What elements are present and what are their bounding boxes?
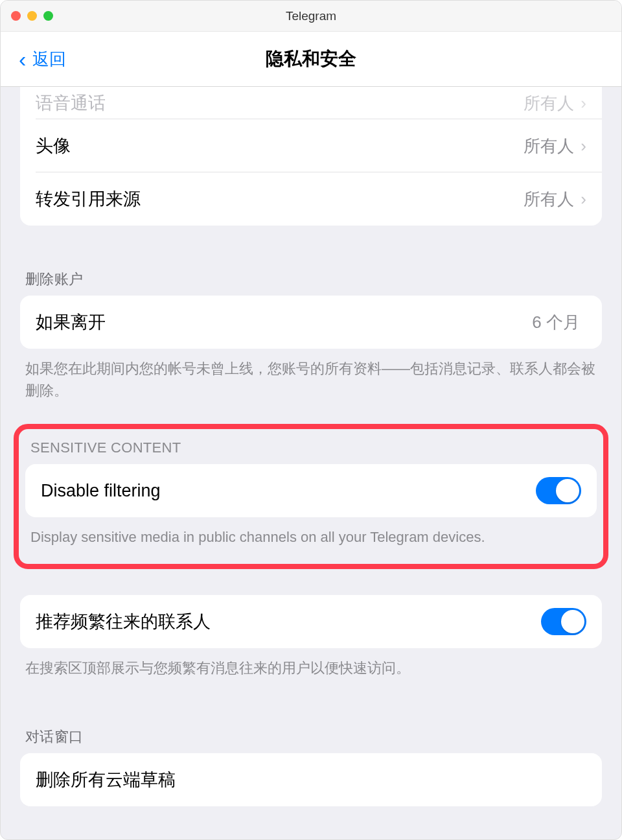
section-header: SENSITIVE CONTENT [25, 434, 597, 464]
row-value: 6 个月 [532, 311, 580, 334]
sensitive-content-highlight: SENSITIVE CONTENT Disable filtering Disp… [14, 424, 608, 569]
privacy-card: 语音通话 所有人 › 头像 所有人 › 转发引用来源 所有人 › [20, 87, 602, 226]
section-header: 对话窗口 [20, 709, 602, 753]
row-forward[interactable]: 转发引用来源 所有人 › [20, 172, 602, 226]
back-label: 返回 [32, 48, 66, 71]
row-voice-calls[interactable]: 语音通话 所有人 › [20, 87, 602, 119]
section-footer: 在搜索区顶部展示与您频繁有消息往来的用户以便快速访问。 [20, 648, 602, 683]
titlebar: Telegram [1, 1, 621, 32]
row-label: Disable filtering [41, 481, 536, 501]
nav-header: ‹ 返回 隐私和安全 [1, 32, 621, 87]
chevron-right-icon: › [581, 189, 586, 209]
page-title: 隐私和安全 [266, 47, 356, 71]
sensitive-card: Disable filtering [25, 464, 597, 517]
row-suggest-contacts: 推荐频繁往来的联系人 [20, 595, 602, 648]
window-title: Telegram [11, 9, 611, 23]
chevron-right-icon: › [581, 93, 586, 113]
section-footer: 如果您在此期间内您的帐号未曾上线，您账号的所有资料——包括消息记录、联系人都会被… [20, 349, 602, 406]
row-label: 转发引用来源 [36, 187, 524, 211]
delete-account-section: 删除账户 如果离开 6 个月 如果您在此期间内您的帐号未曾上线，您账号的所有资料… [1, 251, 621, 406]
minimize-window-button[interactable] [27, 11, 37, 21]
suggest-card: 推荐频繁往来的联系人 [20, 595, 602, 648]
row-label: 头像 [36, 134, 524, 158]
maximize-window-button[interactable] [43, 11, 53, 21]
content-area: 语音通话 所有人 › 头像 所有人 › 转发引用来源 所有人 › 删除账户 [1, 87, 621, 839]
chat-window-card: 删除所有云端草稿 [20, 753, 602, 806]
suggest-contacts-section: 推荐频繁往来的联系人 在搜索区顶部展示与您频繁有消息往来的用户以便快速访问。 [1, 595, 621, 683]
chevron-right-icon: › [581, 136, 586, 156]
chevron-left-icon: ‹ [19, 48, 26, 70]
section-footer: Display sensitive media in public channe… [25, 517, 597, 552]
delete-account-card: 如果离开 6 个月 [20, 296, 602, 349]
row-if-away[interactable]: 如果离开 6 个月 [20, 296, 602, 349]
close-window-button[interactable] [11, 11, 21, 21]
row-value: 所有人 [524, 188, 574, 211]
row-label: 语音通话 [36, 91, 524, 115]
row-label: 推荐频繁往来的联系人 [36, 610, 541, 633]
back-button[interactable]: ‹ 返回 [1, 48, 66, 71]
suggest-contacts-toggle[interactable] [541, 608, 586, 635]
section-header: 删除账户 [20, 251, 602, 296]
row-delete-drafts[interactable]: 删除所有云端草稿 [20, 753, 602, 806]
row-label: 如果离开 [36, 310, 532, 334]
app-window: Telegram ‹ 返回 隐私和安全 语音通话 所有人 › 头像 所有人 › [0, 0, 622, 840]
row-value: 所有人 [524, 92, 574, 115]
disable-filtering-toggle[interactable] [536, 477, 581, 504]
privacy-section: 语音通话 所有人 › 头像 所有人 › 转发引用来源 所有人 › [1, 87, 621, 226]
chat-window-section: 对话窗口 删除所有云端草稿 [1, 709, 621, 806]
row-disable-filtering: Disable filtering [25, 464, 597, 517]
row-avatar[interactable]: 头像 所有人 › [20, 119, 602, 172]
traffic-lights [11, 11, 53, 21]
row-value: 所有人 [524, 135, 574, 158]
row-label: 删除所有云端草稿 [36, 768, 586, 791]
